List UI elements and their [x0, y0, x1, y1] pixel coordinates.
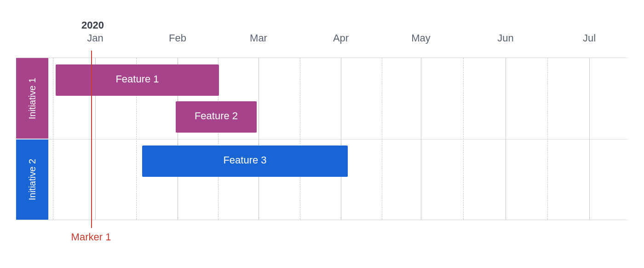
- gantt-bar-feature-1[interactable]: Feature 1: [56, 64, 219, 96]
- swimlane-label: Initiative 2: [27, 159, 38, 200]
- gantt-bar-label: Feature 3: [142, 154, 348, 166]
- month-label-mar: Mar: [250, 32, 267, 44]
- month-label-feb: Feb: [169, 32, 186, 44]
- month-label-jan: Jan: [87, 32, 103, 44]
- lane-divider: [16, 139, 632, 140]
- plot-area: Initiative 1 Initiative 2 Feature 1 Feat…: [16, 58, 632, 220]
- gantt-chart: 2020 Jan Feb Mar Apr May Jun Jul Init: [0, 0, 644, 268]
- lane-divider: [16, 220, 632, 220]
- swimlane-header-initiative-1[interactable]: Initiative 1: [16, 58, 48, 139]
- swimlane-label: Initiative 1: [27, 77, 38, 119]
- month-label-may: May: [411, 32, 431, 44]
- gantt-bar-label: Feature 2: [176, 110, 257, 122]
- year-label: 2020: [81, 19, 104, 31]
- gantt-bar-label: Feature 1: [56, 73, 219, 85]
- gantt-bar-feature-2[interactable]: Feature 2: [176, 101, 257, 133]
- timeline-marker[interactable]: [91, 51, 92, 228]
- gantt-bar-feature-3[interactable]: Feature 3: [142, 146, 348, 177]
- month-label-jul: Jul: [583, 32, 596, 44]
- month-label-apr: Apr: [333, 32, 349, 44]
- timeline-marker-label: Marker 1: [71, 231, 111, 243]
- swimlane-header-initiative-2[interactable]: Initiative 2: [16, 140, 48, 220]
- month-label-jun: Jun: [497, 32, 513, 44]
